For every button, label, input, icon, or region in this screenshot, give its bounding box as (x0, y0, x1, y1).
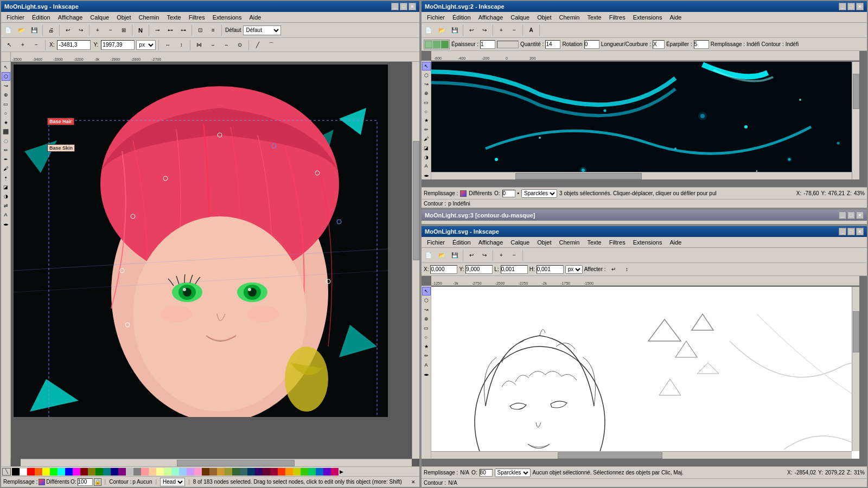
menu-calque[interactable]: Calque (87, 14, 112, 21)
swatch-34[interactable] (270, 468, 278, 476)
tr-tool-node[interactable]: ⬡ (422, 71, 431, 80)
swatch-15[interactable] (126, 468, 133, 476)
swatch-42[interactable] (331, 468, 339, 476)
style-combo[interactable]: Défaut (243, 25, 281, 35)
tool-3d[interactable]: ⬛ (2, 127, 10, 136)
tr-tool-gradient[interactable]: ◑ (422, 153, 431, 162)
br-redo[interactable]: ↪ (478, 249, 490, 261)
tr-canvas[interactable] (431, 62, 859, 179)
menu-objet[interactable]: Objet (113, 14, 134, 21)
br-minimize[interactable]: _ (839, 228, 846, 235)
br-menu-objet[interactable]: Objet (534, 239, 554, 246)
seg-curve-btn[interactable]: ⌒ (265, 39, 277, 51)
br-affecter-btn2[interactable]: ↕ (621, 264, 633, 275)
tr-menu-calque[interactable]: Calque (507, 14, 533, 21)
vscroll-thumb[interactable] (413, 141, 419, 260)
br-menu-affichage[interactable]: Affichage (475, 239, 507, 246)
tr-tool-select[interactable]: ↖ (422, 62, 431, 70)
swatch-10[interactable] (88, 468, 95, 476)
mr-maximize[interactable]: □ (847, 211, 855, 219)
br-tool-tweak[interactable]: ↝ (422, 305, 431, 314)
br-menu-fichier[interactable]: Fichier (424, 239, 448, 246)
x-input[interactable]: -3481,3 (57, 40, 91, 50)
swatch-20[interactable] (164, 468, 171, 476)
br-tool-select[interactable]: ↖ (422, 287, 431, 296)
swatch-5[interactable] (50, 468, 58, 476)
br-canvas[interactable] (431, 287, 859, 459)
br-tool-pencil[interactable]: ✏ (422, 351, 431, 360)
swatch-25[interactable] (202, 468, 209, 476)
br-zoom-in[interactable]: + (495, 249, 507, 261)
tr-tool-paint[interactable]: 🖌 (422, 134, 431, 143)
menu-edition[interactable]: Édition (29, 14, 54, 21)
tool-callig[interactable]: ✒ (2, 155, 10, 164)
tr-menu-fichier[interactable]: Fichier (424, 14, 448, 21)
tr-brush-select[interactable]: Sparckles (521, 189, 557, 198)
tr-open[interactable]: 📂 (436, 24, 448, 36)
tool-rect[interactable]: ▭ (2, 100, 10, 108)
br-maximize[interactable]: □ (847, 228, 855, 235)
swatch-23[interactable] (187, 468, 194, 476)
redo-btn[interactable]: ↪ (75, 24, 87, 36)
swatch-29[interactable] (232, 468, 240, 476)
flip-v-btn[interactable]: ↕ (175, 39, 187, 51)
opacity-input[interactable] (78, 478, 93, 486)
swatch-38[interactable] (301, 468, 308, 476)
br-tool-circle[interactable]: ○ (422, 333, 431, 342)
swatch-17[interactable] (141, 468, 149, 476)
tr-tool-star[interactable]: ★ (422, 117, 431, 125)
br-tool-star[interactable]: ★ (422, 342, 431, 351)
br-affecter-btn1[interactable]: ↵ (608, 264, 620, 275)
br-tool-text[interactable]: A (422, 361, 431, 369)
snap3-btn[interactable]: ⊶ (177, 24, 189, 36)
swatch-6[interactable] (58, 468, 65, 476)
tr-mode-3[interactable] (441, 41, 449, 48)
palette-scroll-right[interactable]: ▶ (340, 468, 347, 476)
tool-zoom[interactable]: ⊕ (2, 91, 10, 99)
tr-tool-fill[interactable]: ◪ (422, 144, 431, 152)
snap-btn[interactable]: ⊸ (151, 24, 163, 36)
scrollbar-h[interactable] (21, 459, 412, 466)
tr-redo[interactable]: ↪ (478, 24, 490, 36)
menu-filtres[interactable]: Filtres (186, 14, 208, 21)
swatch-30[interactable] (240, 468, 247, 476)
tool-connector[interactable]: ⇌ (2, 201, 10, 210)
br-save[interactable]: 💾 (449, 249, 461, 261)
tr-zoom-out[interactable]: − (508, 24, 520, 36)
br-y-input[interactable] (465, 265, 493, 274)
tr-menu-objet[interactable]: Objet (534, 14, 554, 21)
status-close[interactable]: ✕ (410, 478, 417, 486)
save-btn[interactable]: 💾 (28, 24, 40, 36)
swatch-2[interactable] (27, 468, 35, 476)
menu-aide[interactable]: Aide (246, 14, 264, 21)
tr-minimize[interactable]: _ (839, 3, 846, 10)
swatch-1[interactable] (20, 468, 27, 476)
zoom-out-btn[interactable]: − (105, 24, 117, 36)
br-vscroll[interactable] (852, 287, 859, 451)
swatch-21[interactable] (171, 468, 179, 476)
swatch-22[interactable] (179, 468, 187, 476)
swatch-19[interactable] (156, 468, 164, 476)
mr-close[interactable]: × (856, 211, 864, 219)
tr-hscroll-thumb[interactable] (515, 173, 642, 179)
print-btn[interactable]: 🖨 (45, 24, 57, 36)
epaisseur-input[interactable] (480, 40, 495, 49)
swatch-24[interactable] (194, 468, 202, 476)
tr-zoom-in[interactable]: + (495, 24, 507, 36)
menu-extensions[interactable]: Extensions (209, 14, 245, 21)
tool-gradient[interactable]: ◑ (2, 192, 10, 201)
tool-star[interactable]: ★ (2, 118, 10, 127)
no-color-btn[interactable]: ╲ (2, 468, 11, 476)
tool-paint[interactable]: 🖌 (2, 164, 10, 173)
tool-circle[interactable]: ○ (2, 109, 10, 118)
swatch-33[interactable] (263, 468, 270, 476)
node-smooth-btn[interactable]: ⌣ (207, 39, 219, 51)
menu-chemin[interactable]: Chemin (135, 14, 162, 21)
tr-save[interactable]: 💾 (449, 24, 461, 36)
br-close[interactable]: × (856, 228, 864, 235)
br-x-input[interactable] (430, 265, 457, 274)
seg-line-btn[interactable]: ╱ (252, 39, 264, 51)
open-btn[interactable]: 📂 (15, 24, 27, 36)
br-menu-edition[interactable]: Édition (449, 239, 474, 246)
tr-menu-affichage[interactable]: Affichage (475, 14, 507, 21)
